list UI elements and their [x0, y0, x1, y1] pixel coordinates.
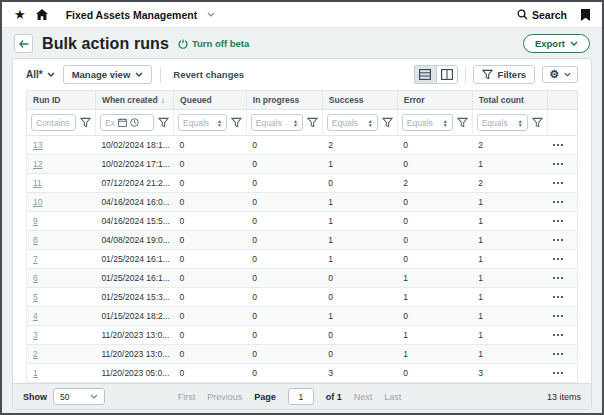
row-menu-button[interactable] [553, 315, 571, 317]
column-header-total-count[interactable]: Total count [472, 91, 547, 110]
column-header-run-id[interactable]: Run ID [27, 91, 96, 110]
clock-icon[interactable] [130, 118, 139, 127]
row-menu-button[interactable] [553, 258, 571, 260]
page-size-select[interactable]: 50 [53, 388, 105, 405]
filters-button[interactable]: Filters [473, 65, 536, 84]
row-menu-button[interactable] [553, 182, 571, 184]
column-header-when-created[interactable]: When created↓ [95, 91, 173, 110]
column-header-success[interactable]: Success [322, 91, 397, 110]
run-id-link[interactable]: 12 [33, 159, 42, 169]
run-id-link[interactable]: 6 [33, 273, 38, 283]
row-menu-button[interactable] [553, 239, 571, 241]
column-view-toggle[interactable] [436, 65, 458, 84]
when-created-cell: 04/08/2024 19:0... [95, 231, 173, 250]
last-page-button[interactable]: Last [384, 392, 401, 402]
view-selector-dropdown[interactable]: All* [26, 69, 55, 80]
previous-page-button[interactable]: Previous [207, 392, 242, 402]
total-count-cell: 1 [472, 307, 547, 326]
run-id-filter-input[interactable] [31, 114, 76, 131]
when-created-cell: 01/25/2024 15:3... [95, 288, 173, 307]
first-page-button[interactable]: First [178, 392, 196, 402]
success-cell: 1 [322, 212, 397, 231]
error-cell: 1 [397, 345, 472, 364]
queued-cell: 0 [174, 307, 247, 326]
manage-view-button[interactable]: Manage view [63, 65, 153, 84]
queued-filter-select[interactable]: Equals▲▼ [178, 114, 227, 131]
error-cell: 0 [397, 250, 472, 269]
total-count-cell: 1 [472, 288, 547, 307]
column-header-queued[interactable]: Queued [174, 91, 247, 110]
view-selector-label: All* [26, 69, 43, 80]
table-view-icon [419, 69, 431, 80]
app-title[interactable]: Fixed Assets Management [66, 9, 198, 21]
success-filter-select[interactable]: Equals▲▼ [327, 114, 378, 131]
up-down-spinner-icon: ▲▼ [293, 119, 298, 127]
back-button[interactable] [14, 34, 33, 53]
favorites-star-icon[interactable]: ★ [14, 8, 26, 21]
table-row: 9 04/16/2024 15:5... 0 0 1 0 1 [27, 212, 578, 231]
queued-cell: 0 [174, 212, 247, 231]
when-created-filter-funnel-icon[interactable] [158, 117, 169, 128]
in-progress-cell: 0 [246, 345, 322, 364]
back-arrow-icon [19, 40, 29, 48]
manage-view-label: Manage view [72, 69, 131, 80]
run-id-link[interactable]: 8 [33, 235, 38, 245]
in-progress-filter-funnel-icon[interactable] [307, 117, 318, 128]
row-menu-button[interactable] [553, 296, 571, 298]
row-menu-button[interactable] [553, 353, 571, 355]
export-button[interactable]: Export [523, 34, 590, 53]
calendar-icon[interactable] [118, 118, 127, 127]
success-cell: 2 [322, 136, 397, 155]
when-created-cell: 04/16/2024 16:0... [95, 193, 173, 212]
queued-filter-funnel-icon[interactable] [231, 117, 242, 128]
run-id-link[interactable]: 13 [33, 140, 42, 150]
in-progress-filter-select[interactable]: Equals▲▼ [251, 114, 303, 131]
error-filter-funnel-icon[interactable] [457, 117, 468, 128]
app-title-chevron-down-icon[interactable] [207, 12, 215, 17]
settings-button[interactable]: ⚙ [542, 66, 578, 83]
column-header-error[interactable]: Error [397, 91, 472, 110]
up-down-spinner-icon: ▲▼ [368, 119, 373, 127]
success-cell: 0 [322, 326, 397, 345]
total-count-filter-select[interactable]: Equals▲▼ [477, 114, 528, 131]
run-id-link[interactable]: 11 [33, 178, 42, 188]
row-menu-button[interactable] [553, 334, 571, 336]
home-icon[interactable] [36, 9, 48, 20]
turn-off-beta-toggle[interactable]: Turn off beta [178, 38, 249, 49]
queued-cell: 0 [174, 231, 247, 250]
in-progress-cell: 0 [246, 212, 322, 231]
success-filter-funnel-icon[interactable] [382, 117, 393, 128]
column-header-in-progress[interactable]: In progress [246, 91, 322, 110]
error-cell: 0 [397, 136, 472, 155]
page-number-input[interactable] [288, 388, 314, 405]
pagination-footer: Show 50 First Previous Page of 1 Next La… [13, 383, 591, 409]
bookmark-icon[interactable] [581, 9, 590, 21]
run-id-link[interactable]: 3 [33, 330, 38, 340]
row-menu-button[interactable] [553, 144, 571, 146]
total-count-filter-funnel-icon[interactable] [532, 117, 543, 128]
top-navigation-bar: ★ Fixed Assets Management Search [2, 2, 602, 28]
row-menu-button[interactable] [553, 220, 571, 222]
page-label: Page [254, 392, 276, 402]
when-created-filter-input[interactable]: Ex [100, 114, 154, 131]
search-label: Search [532, 9, 567, 21]
export-label: Export [535, 38, 565, 49]
run-id-link[interactable]: 2 [33, 349, 38, 359]
row-menu-button[interactable] [553, 372, 571, 374]
error-filter-select[interactable]: Equals▲▼ [402, 114, 453, 131]
queued-cell: 0 [174, 174, 247, 193]
run-id-link[interactable]: 9 [33, 216, 38, 226]
run-id-filter-funnel-icon[interactable] [80, 117, 91, 128]
run-id-link[interactable]: 1 [33, 368, 38, 378]
next-page-button[interactable]: Next [354, 392, 373, 402]
row-menu-button[interactable] [553, 277, 571, 279]
revert-changes-link[interactable]: Revert changes [173, 69, 244, 80]
table-view-toggle[interactable] [414, 65, 436, 84]
run-id-link[interactable]: 7 [33, 254, 38, 264]
run-id-link[interactable]: 4 [33, 311, 38, 321]
row-menu-button[interactable] [553, 201, 571, 203]
search-button[interactable]: Search [517, 9, 567, 21]
row-menu-button[interactable] [553, 163, 571, 165]
run-id-link[interactable]: 10 [33, 197, 42, 207]
run-id-link[interactable]: 5 [33, 292, 38, 302]
